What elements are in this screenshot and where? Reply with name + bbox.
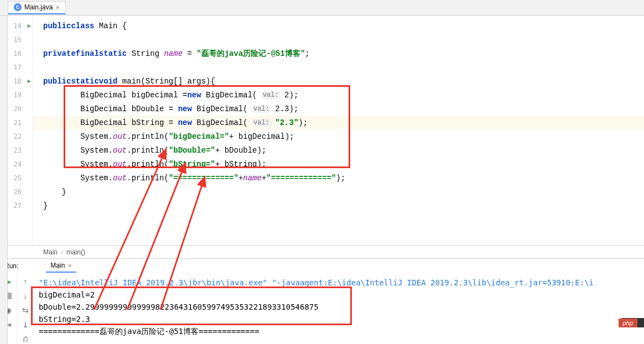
print-icon[interactable]: ⎙ — [20, 334, 30, 344]
tab-filename: Main.java — [24, 3, 53, 11]
close-icon[interactable]: × — [67, 262, 72, 270]
left-gutter-edge — [0, 15, 8, 344]
console-output[interactable]: "E:\idea\IntelliJ IDEA 2019.2.3\jbr\bin\… — [33, 273, 644, 344]
up-icon[interactable]: ↑ — [20, 277, 30, 286]
breadcrumb[interactable]: Main › main() — [0, 245, 644, 258]
java-class-icon: C — [14, 3, 22, 11]
run-tool-window: Run: Main × ▶ ◉ ⇥ ↑ ↓ ⇆ ⤓ ⎙ "E:\idea\ — [0, 258, 644, 344]
editor-tab-bar: C Main.java × — [0, 0, 644, 15]
close-icon[interactable]: × — [55, 3, 60, 12]
console-line: =============磊哥的java历险记-@51博客===========… — [39, 325, 638, 337]
console-command: "E:\idea\IntelliJ IDEA 2019.2.3\jbr\bin\… — [39, 277, 638, 289]
code-editor[interactable]: public class Main { private final static… — [33, 15, 644, 245]
scroll-icon[interactable]: ⤓ — [20, 320, 30, 330]
file-tab-main-java[interactable]: C Main.java × — [8, 1, 66, 14]
run-config-tab[interactable]: Main × — [46, 260, 76, 273]
run-toolbar-right: ↑ ↓ ⇆ ⤓ ⎙ — [17, 273, 33, 344]
down-icon[interactable]: ↓ — [20, 291, 30, 301]
wrap-icon[interactable]: ⇆ — [20, 305, 30, 315]
console-line: bigDecimal=2 — [39, 289, 638, 301]
console-line: bString=2.3 — [39, 313, 638, 325]
run-gutter-icon[interactable]: ▶ — [27, 77, 31, 85]
watermark-badge: php — [619, 319, 637, 327]
console-line: bDouble=2.299999999999999822364316059974… — [39, 301, 638, 313]
run-gutter-icon[interactable]: ▶ — [27, 22, 31, 29]
